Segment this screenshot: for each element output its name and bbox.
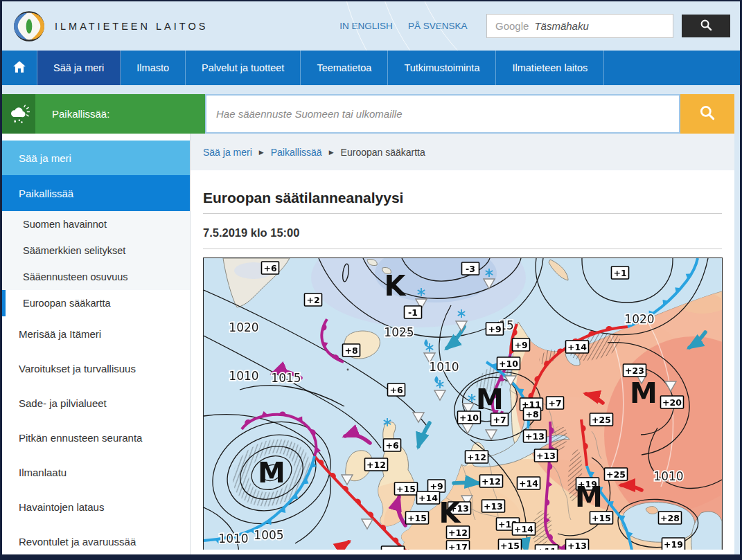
temperature-label: +15 xyxy=(590,512,613,524)
svg-text:+17: +17 xyxy=(448,542,468,550)
temperature-label: +6 xyxy=(388,383,405,396)
sidebar-item-saa-ja-meri[interactable]: Sää ja meri xyxy=(2,141,190,175)
high-pressure-center: K xyxy=(385,270,407,302)
temperature-label: -3 xyxy=(462,262,479,275)
isobar-label: 1010 xyxy=(229,369,258,383)
sidebar-item-merisaa[interactable]: Merisää ja Itämeri xyxy=(2,316,190,351)
svg-text:+9: +9 xyxy=(514,340,527,350)
svg-text:+9: +9 xyxy=(430,481,443,491)
nav-tab-ilmasto[interactable]: Ilmasto xyxy=(121,51,186,85)
temperature-label: +12 xyxy=(466,451,488,463)
sidebar-item-suomen-havainnot[interactable]: Suomen havainnot xyxy=(2,211,190,237)
svg-text:+6: +6 xyxy=(263,263,276,273)
isobar-label: 1010 xyxy=(218,532,248,545)
forecast-search-input[interactable] xyxy=(205,94,680,134)
temperature-label: +14 xyxy=(566,341,589,353)
sidebar-item-pitkan-ennusteen[interactable]: Pitkän ennusteen seuranta xyxy=(2,420,190,455)
google-label: Google xyxy=(495,20,529,32)
temperature-label: +13 xyxy=(482,500,505,512)
home-icon xyxy=(12,60,26,75)
nav-tab-teematietoa[interactable]: Teematietoa xyxy=(301,51,388,85)
sidebar-item-paikallissaa[interactable]: Paikallissää xyxy=(2,175,190,211)
sidebar-item-saamerkkien-selitykset[interactable]: Säämerkkien selitykset xyxy=(2,237,190,264)
svg-text:+8: +8 xyxy=(525,409,538,419)
svg-text:+12: +12 xyxy=(467,452,486,462)
temperature-label: +17 xyxy=(447,541,470,550)
nav-tab-palvelut[interactable]: Palvelut ja tuotteet xyxy=(186,51,301,85)
svg-text:+20: +20 xyxy=(383,548,403,550)
nav-tab-saa-ja-meri[interactable]: Sää ja meri xyxy=(37,51,121,85)
svg-text:+9: +9 xyxy=(488,324,501,334)
temperature-label: +13 xyxy=(535,449,558,462)
divider xyxy=(203,249,722,249)
link-in-english[interactable]: IN ENGLISH xyxy=(339,21,393,31)
temperature-label: +10 xyxy=(497,357,520,370)
content-area: Sää ja meri Paikallissää Suomen havainno… xyxy=(2,134,734,554)
isobar-label: 1010 xyxy=(429,360,459,374)
site-title: ILMATIETEEN LAITOS xyxy=(55,21,208,32)
temperature-label: +20 xyxy=(382,546,405,550)
temperature-label: +12 xyxy=(365,458,388,471)
svg-text:+13: +13 xyxy=(567,541,587,550)
google-search-input[interactable]: Google Täsmähaku xyxy=(486,14,673,38)
sidebar: Sää ja meri Paikallissää Suomen havainno… xyxy=(2,134,191,554)
fmi-logo-icon xyxy=(13,10,45,42)
analysis-timestamp: 7.5.2019 klo 15:00 xyxy=(203,226,722,240)
nav-home[interactable] xyxy=(2,51,37,85)
sidebar-item-saaennusteen-osuvuus[interactable]: Sääennusteen osuvuus xyxy=(2,264,190,290)
header-search-button[interactable] xyxy=(682,15,730,37)
temperature-label: +11 xyxy=(536,545,558,550)
link-pa-svenska[interactable]: PÅ SVENSKA xyxy=(408,21,468,31)
svg-text:+6: +6 xyxy=(389,385,403,395)
temperature-label: +19 xyxy=(662,538,685,550)
temperature-label: +15 xyxy=(395,482,418,495)
svg-text:+14: +14 xyxy=(418,493,438,503)
sidebar-item-varoitukset[interactable]: Varoitukset ja turvallisuus xyxy=(2,351,190,386)
svg-text:+13: +13 xyxy=(525,431,545,442)
sidebar-item-ilmanlaatu[interactable]: Ilmanlaatu xyxy=(2,455,190,489)
forecast-search-button[interactable] xyxy=(680,94,734,134)
site-header: ILMATIETEEN LAITOS IN ENGLISH PÅ SVENSKA… xyxy=(2,1,740,51)
breadcrumb-current: Euroopan sääkartta xyxy=(341,147,425,158)
temperature-label: +12 xyxy=(480,475,503,487)
temperature-label: +1 xyxy=(612,267,629,279)
temperature-label: +6 xyxy=(262,262,279,274)
main-content: Sää ja meri ▶ Paikallissää ▶ Euroopan sä… xyxy=(191,134,734,554)
isobar-label: 1020 xyxy=(624,312,654,326)
sidebar-item-euroopan-saakartta[interactable]: Euroopan sääkartta xyxy=(2,290,190,316)
low-pressure-center: M xyxy=(476,383,504,415)
svg-text:-3: -3 xyxy=(466,264,475,274)
isobar-label: 1025 xyxy=(384,325,414,339)
svg-text:+19: +19 xyxy=(664,539,683,550)
temperature-label: +9 xyxy=(513,338,530,351)
temperature-label: +8 xyxy=(343,344,360,356)
svg-text:+14: +14 xyxy=(514,524,533,534)
sidebar-item-havaintojen-lataus[interactable]: Havaintojen lataus xyxy=(2,489,190,524)
breadcrumb: Sää ja meri ▶ Paikallissää ▶ Euroopan sä… xyxy=(191,134,734,170)
temperature-label: +8 xyxy=(524,408,541,420)
language-links: IN ENGLISH PÅ SVENSKA xyxy=(339,21,467,31)
breadcrumb-paikallissaa[interactable]: Paikallissää xyxy=(271,147,322,158)
temperature-label: +7 xyxy=(547,397,564,409)
isobar-label: 1020 xyxy=(229,320,258,334)
isobar-label: 1005 xyxy=(254,528,283,542)
svg-text:+13: +13 xyxy=(484,501,503,512)
nav-tab-tutkimustoiminta[interactable]: Tutkimustoiminta xyxy=(388,51,496,85)
nav-tab-ilmatieteen-laitos[interactable]: Ilmatieteen laitos xyxy=(496,51,604,85)
temperature-label: -1 xyxy=(405,306,422,318)
isobar-label: 1015 xyxy=(271,371,301,385)
svg-text:+7: +7 xyxy=(548,398,561,408)
sidebar-item-sade-pilvialueet[interactable]: Sade- ja pilvialueet xyxy=(2,386,190,420)
svg-text:+15: +15 xyxy=(407,513,427,523)
page-title: Euroopan säätilanneanalyysi xyxy=(203,190,722,206)
temperature-label: +14 xyxy=(417,491,440,504)
temperature-label: +9 xyxy=(486,323,504,335)
sidebar-item-revontulet[interactable]: Revontulet ja avaruussää xyxy=(2,524,190,559)
temperature-label: +15 xyxy=(406,512,429,524)
local-weather-bar: Paikallissää: xyxy=(2,94,734,134)
svg-text:+2: +2 xyxy=(306,295,319,305)
breadcrumb-saa-ja-meri[interactable]: Sää ja meri xyxy=(203,147,252,158)
search-icon xyxy=(698,104,716,124)
svg-text:+25: +25 xyxy=(592,415,611,425)
search-icon xyxy=(700,19,713,34)
